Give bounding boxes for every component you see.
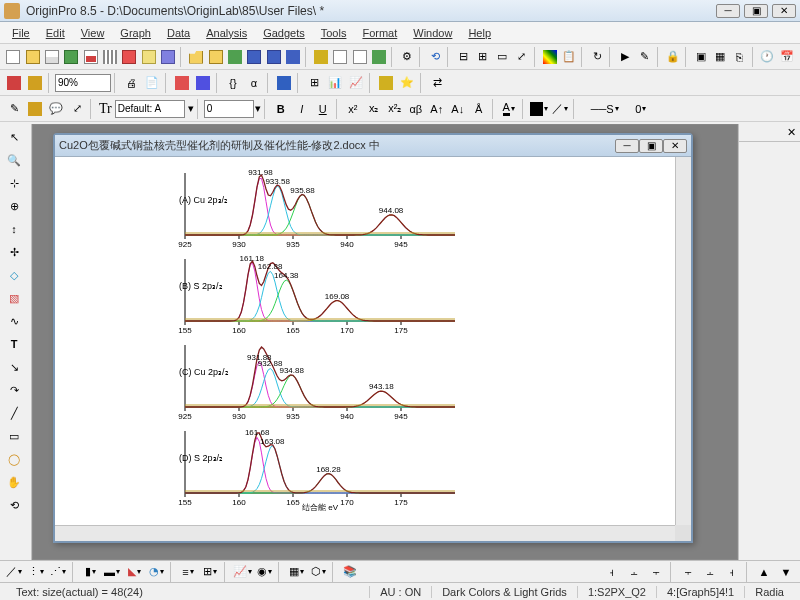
data-reader-tool[interactable]: ⊕: [2, 195, 26, 217]
menu-edit[interactable]: Edit: [38, 24, 73, 42]
plot-setup-button[interactable]: 📊: [325, 73, 345, 93]
full-screen-button[interactable]: ▭: [493, 47, 511, 67]
dropdown-icon[interactable]: ▾: [255, 102, 261, 115]
menu-analysis[interactable]: Analysis: [198, 24, 255, 42]
greek-button[interactable]: αβ: [406, 99, 426, 119]
fontcolor-button[interactable]: A▾: [499, 99, 519, 119]
zoom-combo[interactable]: [55, 74, 111, 92]
add-color-button[interactable]: [540, 47, 558, 67]
line-symbol-button[interactable]: ⋰▾: [48, 562, 68, 582]
align-center-button[interactable]: ⫠: [624, 562, 644, 582]
minimize-button[interactable]: ─: [716, 4, 740, 18]
new-workbook-button[interactable]: [43, 47, 61, 67]
doc-minimize-button[interactable]: ─: [615, 139, 639, 153]
decrease-font-button[interactable]: A↓: [448, 99, 468, 119]
rotate-tool[interactable]: ⟲: [2, 494, 26, 516]
new-folder-button[interactable]: [23, 47, 41, 67]
new-legend-button[interactable]: [25, 99, 45, 119]
open-button[interactable]: [187, 47, 205, 67]
rectangle-tool[interactable]: ▭: [2, 425, 26, 447]
draw-data-tool[interactable]: ∿: [2, 310, 26, 332]
duplicate-button[interactable]: 📋: [560, 47, 578, 67]
recalculate-button[interactable]: ⟲: [426, 47, 444, 67]
menu-format[interactable]: Format: [354, 24, 405, 42]
print-button[interactable]: 🖨: [121, 73, 141, 93]
menu-view[interactable]: View: [73, 24, 113, 42]
vertical-scrollbar[interactable]: [675, 157, 691, 525]
new-project-button[interactable]: [4, 47, 22, 67]
new-matrix-button[interactable]: [101, 47, 119, 67]
region-tool[interactable]: ▧: [2, 287, 26, 309]
project-explorer-button[interactable]: [4, 73, 24, 93]
horizontal-scrollbar[interactable]: [55, 525, 675, 541]
menu-window[interactable]: Window: [405, 24, 460, 42]
back-button[interactable]: ▼: [776, 562, 796, 582]
open-excel-button[interactable]: [226, 47, 244, 67]
italic-button[interactable]: I: [292, 99, 312, 119]
align-left-button[interactable]: ⫞: [602, 562, 622, 582]
hand-tool[interactable]: ✋: [2, 471, 26, 493]
import-wizard-button[interactable]: [312, 47, 330, 67]
merge-button[interactable]: ⎘: [730, 47, 748, 67]
print-preview-button[interactable]: 📄: [142, 73, 162, 93]
new-excel-button[interactable]: [62, 47, 80, 67]
screen-reader-tool[interactable]: ⊹: [2, 172, 26, 194]
menu-help[interactable]: Help: [460, 24, 499, 42]
copy-page-button[interactable]: [172, 73, 192, 93]
doc-titlebar[interactable]: Cu2O包覆碱式铜盐核壳型催化剂的研制及催化性能-修改2.docx 中 ─ ▣ …: [55, 135, 691, 157]
superscript-button[interactable]: x²: [343, 99, 363, 119]
curved-arrow-tool[interactable]: ↷: [2, 379, 26, 401]
column-plot-button[interactable]: ▮▾: [80, 562, 100, 582]
custom-routine-button[interactable]: [274, 73, 294, 93]
symbol-map-button[interactable]: Å: [469, 99, 489, 119]
underline-button[interactable]: U: [313, 99, 333, 119]
stock-plot-button[interactable]: 📈▾: [232, 562, 252, 582]
data-cursor-tool[interactable]: ✢: [2, 241, 26, 263]
extract-layers-button[interactable]: ▦: [711, 47, 729, 67]
transfer-button[interactable]: ⇄: [427, 73, 447, 93]
panel-close-icon[interactable]: ✕: [739, 124, 800, 142]
digitize-button[interactable]: ✎: [635, 47, 653, 67]
subscript-button[interactable]: x₂: [364, 99, 384, 119]
refresh-button[interactable]: ↻: [588, 47, 606, 67]
menu-tools[interactable]: Tools: [313, 24, 355, 42]
template-library-button[interactable]: 📚: [340, 562, 360, 582]
circle-tool[interactable]: ◯: [2, 448, 26, 470]
dropdown-icon[interactable]: ▾: [188, 102, 194, 115]
xy-scale-button[interactable]: ⤢: [67, 99, 87, 119]
doc-maximize-button[interactable]: ▣: [639, 139, 663, 153]
save-button[interactable]: [245, 47, 263, 67]
wire-3d-button[interactable]: ⬡▾: [308, 562, 328, 582]
date-button[interactable]: 📅: [778, 47, 796, 67]
save-project-button[interactable]: [284, 47, 302, 67]
edit-mode-button[interactable]: ✎: [4, 99, 24, 119]
menu-gadgets[interactable]: Gadgets: [255, 24, 313, 42]
fitting-button[interactable]: 📈: [346, 73, 366, 93]
line-style-combo[interactable]: ── S▾: [580, 99, 630, 119]
code-builder-button[interactable]: {}: [223, 73, 243, 93]
line-width-combo[interactable]: 0▾: [631, 99, 651, 119]
import-multi-ascii-button[interactable]: [351, 47, 369, 67]
arrow-tool[interactable]: ↘: [2, 356, 26, 378]
fill-color-button[interactable]: ▾: [529, 99, 549, 119]
favorites-button[interactable]: ⭐: [397, 73, 417, 93]
import-ascii-button[interactable]: [331, 47, 349, 67]
chart-canvas[interactable]: (A) Cu 2p₃/₂ 925930935940945 931.98933.5…: [55, 157, 675, 525]
pie-plot-button[interactable]: ◔▾: [146, 562, 166, 582]
increase-font-button[interactable]: A↑: [427, 99, 447, 119]
contour-button[interactable]: ◉▾: [254, 562, 274, 582]
layer-mgmt-button[interactable]: ⊞: [304, 73, 324, 93]
new-2d-function-button[interactable]: [120, 47, 138, 67]
bar-plot-button[interactable]: ▬▾: [102, 562, 122, 582]
bold-button[interactable]: B: [271, 99, 291, 119]
open-template-button[interactable]: [206, 47, 224, 67]
supersubscript-button[interactable]: x²₂: [385, 99, 405, 119]
theme-button[interactable]: [376, 73, 396, 93]
duplicate-window-button[interactable]: [193, 73, 213, 93]
text-tool[interactable]: T: [2, 333, 26, 355]
surface-3d-button[interactable]: ▦▾: [286, 562, 306, 582]
multi-panel-button[interactable]: ⊞▾: [200, 562, 220, 582]
new-notes-button[interactable]: [140, 47, 158, 67]
lock-button[interactable]: 🔒: [663, 47, 681, 67]
area-plot-button[interactable]: ◣▾: [124, 562, 144, 582]
